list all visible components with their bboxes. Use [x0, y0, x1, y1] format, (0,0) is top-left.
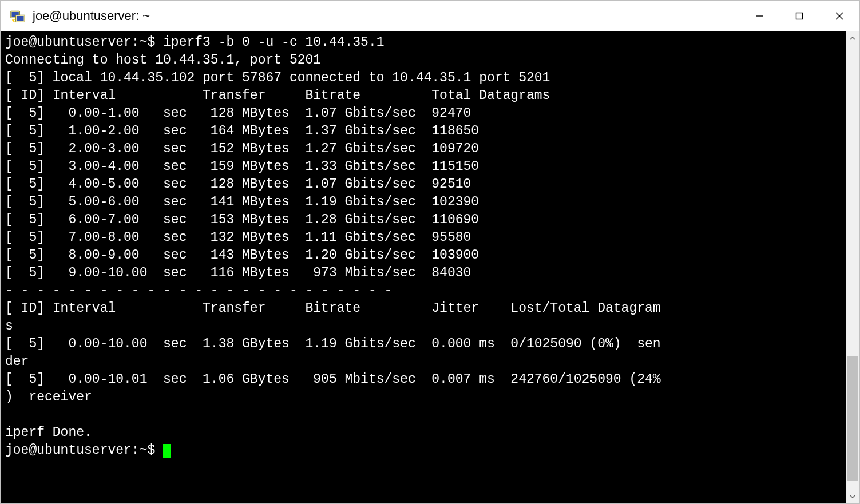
scroll-up-arrow-icon[interactable] — [846, 31, 859, 45]
scroll-down-arrow-icon[interactable] — [846, 490, 859, 503]
scroll-thumb[interactable] — [847, 356, 858, 481]
scroll-track[interactable] — [846, 45, 859, 490]
window-controls — [739, 1, 859, 31]
svg-rect-3 — [17, 16, 23, 21]
terminal-output[interactable]: joe@ubuntuserver:~$ iperf3 -b 0 -u -c 10… — [1, 31, 846, 503]
terminal-cursor — [163, 444, 171, 458]
minimize-button[interactable] — [739, 1, 779, 31]
svg-rect-5 — [796, 13, 803, 19]
scrollbar[interactable] — [846, 31, 859, 503]
window-title: joe@ubuntuserver: ~ — [33, 9, 739, 23]
titlebar[interactable]: joe@ubuntuserver: ~ — [1, 1, 859, 31]
close-button[interactable] — [819, 1, 859, 31]
maximize-button[interactable] — [779, 1, 819, 31]
app-icon — [10, 8, 26, 24]
